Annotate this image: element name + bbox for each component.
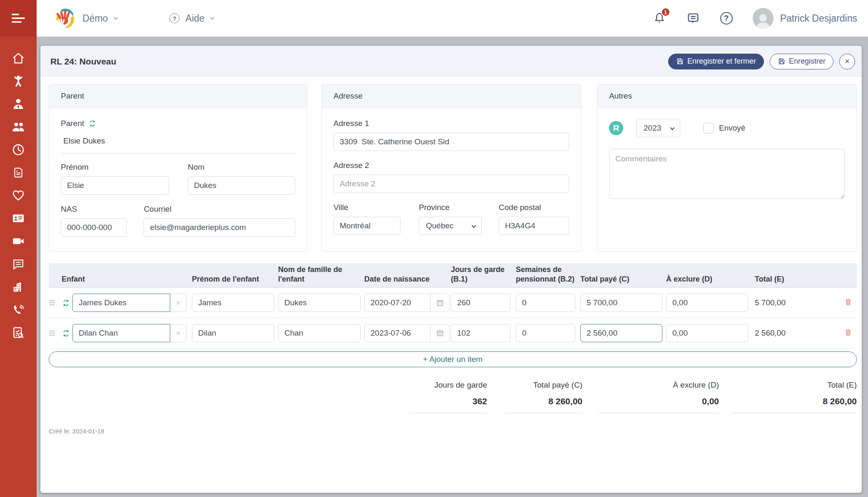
sidebar-item-families[interactable] bbox=[0, 115, 37, 138]
sidebar-item-home[interactable] bbox=[0, 47, 37, 69]
chat-icon bbox=[686, 11, 700, 25]
sidebar bbox=[0, 37, 37, 497]
year-select[interactable]: 2023 bbox=[637, 119, 680, 137]
page-title: RL 24: Nouveau bbox=[50, 57, 116, 67]
year-selected-value: 2023 bbox=[644, 124, 661, 133]
ville-field[interactable] bbox=[333, 217, 400, 235]
delete-row-button[interactable] bbox=[844, 297, 853, 308]
sidebar-item-contacts[interactable] bbox=[0, 207, 37, 230]
add-item-button[interactable]: + Ajouter un item bbox=[49, 351, 857, 367]
sidebar-item-educators[interactable] bbox=[0, 92, 37, 115]
row-refresh-button[interactable] bbox=[62, 299, 72, 307]
semaines-pensionnat-field[interactable] bbox=[516, 324, 575, 342]
province-select[interactable]: Québec bbox=[419, 217, 482, 235]
totals-jours-label: Jours de garde bbox=[409, 381, 487, 390]
commentaires-textarea[interactable] bbox=[609, 149, 845, 199]
clear-enfant-button[interactable] bbox=[170, 324, 187, 342]
avatar[interactable] bbox=[753, 8, 773, 29]
video-camera-icon bbox=[11, 234, 26, 248]
prenom-enfant-field[interactable] bbox=[192, 294, 274, 312]
enfant-field[interactable] bbox=[72, 324, 170, 342]
naissance-value: 2023-07-06 bbox=[365, 324, 430, 342]
chevron-down-icon bbox=[209, 15, 216, 22]
sidebar-item-activities[interactable] bbox=[0, 161, 37, 184]
adresse2-field[interactable] bbox=[333, 175, 569, 193]
people-icon bbox=[11, 120, 26, 134]
nas-label: NAS bbox=[61, 205, 127, 214]
report-search-icon bbox=[11, 326, 25, 340]
sidebar-item-health[interactable] bbox=[0, 184, 37, 207]
messages-button[interactable] bbox=[686, 11, 700, 25]
prenom-enfant-field[interactable] bbox=[192, 324, 274, 342]
sidebar-item-calls[interactable] bbox=[0, 298, 37, 321]
sidebar-item-messages[interactable] bbox=[0, 252, 37, 275]
sidebar-item-reports[interactable] bbox=[0, 321, 37, 344]
adresse-panel-title: Adresse bbox=[322, 84, 581, 108]
save-button[interactable]: Enregistrer bbox=[770, 54, 833, 69]
sidebar-toggle-button[interactable] bbox=[0, 0, 37, 37]
save-and-close-label: Enregistrer et fermer bbox=[687, 57, 756, 66]
nom-enfant-field[interactable] bbox=[278, 294, 361, 312]
naissance-field[interactable]: 2023-07-06 bbox=[364, 324, 450, 342]
clear-x-icon bbox=[175, 299, 182, 306]
notifications-button[interactable]: 1 bbox=[653, 11, 666, 25]
close-icon: × bbox=[845, 57, 850, 66]
chevron-down-icon bbox=[669, 125, 676, 132]
help-menu[interactable]: ? Aide bbox=[169, 13, 216, 24]
drag-handle[interactable] bbox=[49, 330, 62, 336]
nom-field[interactable] bbox=[188, 176, 295, 195]
save-and-close-button[interactable]: Enregistrer et fermer bbox=[668, 54, 764, 69]
person-icon bbox=[753, 10, 773, 29]
col-header-a-exclure: À exclure (D) bbox=[666, 274, 755, 288]
sidebar-item-videos[interactable] bbox=[0, 230, 37, 252]
nas-field[interactable] bbox=[61, 218, 127, 237]
notification-badge: 1 bbox=[661, 7, 670, 17]
refresh-icon bbox=[62, 299, 70, 307]
a-exclure-field[interactable] bbox=[666, 324, 748, 342]
delete-row-button[interactable] bbox=[844, 328, 853, 339]
sidebar-item-children[interactable] bbox=[0, 69, 37, 92]
nom-enfant-field[interactable] bbox=[278, 324, 361, 342]
enfant-field[interactable] bbox=[72, 294, 170, 312]
nom-label: Nom bbox=[188, 163, 295, 172]
prenom-field[interactable] bbox=[61, 176, 169, 195]
row-total-value: 2 560,00 bbox=[755, 329, 840, 338]
jours-garde-field[interactable] bbox=[451, 294, 510, 312]
support-button[interactable]: ? bbox=[720, 12, 733, 25]
total-paye-field[interactable] bbox=[580, 324, 662, 342]
jours-garde-field[interactable] bbox=[451, 324, 510, 342]
naissance-field[interactable]: 2020-07-20 bbox=[364, 294, 450, 312]
parent-panel-title: Parent bbox=[49, 84, 307, 108]
user-name[interactable]: Patrick Desjardins bbox=[780, 13, 857, 24]
envoye-checkbox[interactable] bbox=[703, 123, 714, 134]
code-postal-field[interactable] bbox=[499, 217, 569, 235]
sidebar-item-schedule[interactable] bbox=[0, 138, 37, 161]
parent-panel: Parent Parent Elsie Dukes Prénom bbox=[49, 84, 307, 252]
adresse1-field[interactable] bbox=[333, 133, 569, 151]
sidebar-item-organization[interactable] bbox=[0, 275, 37, 298]
totals-a-exclure-label: À exclure (D) bbox=[597, 381, 719, 390]
save-icon bbox=[778, 57, 786, 65]
semaines-pensionnat-field[interactable] bbox=[516, 294, 575, 312]
a-exclure-field[interactable] bbox=[666, 294, 748, 312]
parent-selected-value[interactable]: Elsie Dukes bbox=[61, 135, 295, 153]
row-refresh-button[interactable] bbox=[62, 329, 72, 338]
code-postal-label: Code postal bbox=[499, 203, 569, 212]
calendar-button[interactable] bbox=[430, 294, 449, 312]
total-paye-field[interactable] bbox=[580, 294, 662, 312]
courriel-field[interactable] bbox=[144, 218, 295, 237]
chevron-down-icon bbox=[112, 15, 119, 22]
col-header-enfant: Enfant bbox=[62, 274, 192, 288]
help-label: Aide bbox=[185, 13, 204, 24]
clear-enfant-button[interactable] bbox=[170, 294, 187, 312]
calendar-button[interactable] bbox=[430, 324, 449, 342]
releve-badge: R bbox=[609, 121, 623, 135]
adresse-panel: Adresse Adresse 1 Adresse 2 Ville bbox=[321, 84, 581, 252]
col-header-prenom: Prénom de l'enfant bbox=[192, 274, 278, 288]
province-selected-value: Québec bbox=[426, 221, 454, 230]
refresh-icon[interactable] bbox=[88, 119, 97, 128]
col-header-total-paye: Total payé (C) bbox=[580, 274, 666, 288]
drag-handle[interactable] bbox=[49, 300, 62, 306]
close-button[interactable]: × bbox=[839, 54, 855, 69]
brand-menu[interactable]: Démo bbox=[53, 7, 119, 30]
